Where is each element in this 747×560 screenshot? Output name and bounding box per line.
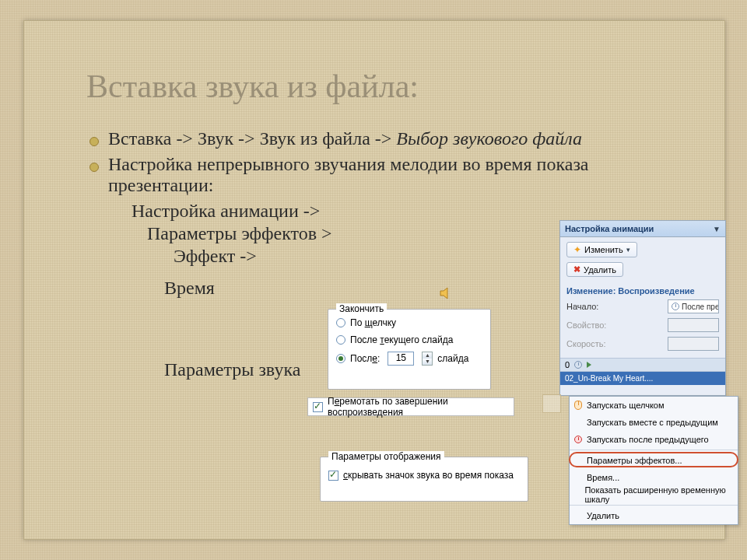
radio-after-n-row[interactable]: После: 15 ▲▼ слайда (328, 348, 490, 369)
clock-icon (574, 436, 582, 443)
spin-down-icon[interactable]: ▼ (423, 359, 432, 365)
animation-pane: Настройка анимации ▼ ✦Изменить▾ ✖Удалить… (559, 220, 726, 396)
clock-icon (574, 361, 582, 369)
bullet-1: Вставка -> Звук -> Звук из файла -> Выбо… (86, 128, 686, 149)
speaker-icon (438, 285, 454, 301)
slides-count-input[interactable]: 15 (388, 352, 414, 366)
bullet-2: Настройка непрерывного звучания мелодии … (86, 154, 686, 196)
radio-after-n[interactable] (336, 354, 345, 363)
highlight-ring (569, 452, 738, 467)
slides-count-spinner[interactable]: ▲▼ (422, 352, 433, 366)
thumbnail-placeholder (542, 394, 561, 413)
animation-pane-title[interactable]: Настройка анимации ▼ (560, 221, 725, 237)
hide-icon-checkbox[interactable] (328, 471, 338, 481)
chevron-down-icon[interactable]: ▼ (713, 225, 721, 233)
radio-onclick[interactable] (336, 318, 345, 327)
display-params-legend: Параметры отображения (328, 451, 444, 462)
radio-onclick-row[interactable]: По щелчку (328, 314, 490, 331)
star-icon: ✦ (573, 244, 581, 255)
property-label: Свойство: (566, 320, 606, 330)
end-legend: Закончить (336, 303, 387, 314)
clock-icon (672, 303, 679, 310)
slides-suffix: слайда (437, 353, 468, 364)
start-dropdown[interactable]: После пред (668, 299, 719, 313)
display-params-group: Параметры отображения скрывать значок зв… (320, 457, 528, 502)
change-button[interactable]: ✦Изменить▾ (566, 242, 637, 257)
bullet-1-italic: Выбор звукового файла (396, 128, 582, 149)
play-icon (587, 362, 591, 368)
track-item[interactable]: 02_Un-Break My Heart.... (560, 372, 725, 385)
line-anim: Настройка анимации -> (86, 201, 686, 222)
menu-separator (570, 505, 738, 506)
rewind-row[interactable]: Перемотать по завершении воспроизведения (307, 397, 514, 416)
slide-title: Вставка звука из файла: (86, 68, 419, 105)
menu-timing[interactable]: Время... (570, 469, 738, 486)
end-after-group: Закончить По щелчку После текущего слайд… (328, 309, 491, 390)
menu-start-after-prev[interactable]: Запускать после предыдущего (570, 431, 738, 448)
property-dropdown (668, 318, 719, 332)
chevron-down-icon: ▾ (626, 246, 630, 254)
radio-after-current[interactable] (336, 335, 345, 345)
mouse-icon (574, 401, 582, 410)
subheader-playback: Изменение: Воспроизведение (560, 282, 725, 297)
start-label: Начало: (566, 302, 598, 311)
speed-dropdown (668, 337, 719, 351)
spin-up-icon[interactable]: ▲ (423, 352, 432, 359)
menu-show-timeline[interactable]: Показать расширенную временную шкалу (570, 486, 738, 503)
rewind-checkbox[interactable] (313, 402, 323, 412)
radio-after-current-row[interactable]: После текущего слайда (328, 331, 490, 348)
menu-start-onclick[interactable]: Запускать щелчком (570, 397, 738, 414)
track-header: 0 (560, 358, 725, 372)
x-icon: ✖ (573, 264, 580, 275)
delete-button[interactable]: ✖Удалить (566, 262, 623, 277)
svg-marker-0 (440, 288, 447, 299)
menu-delete[interactable]: Удалить (570, 507, 738, 524)
menu-start-with-prev[interactable]: Запускать вместе с предыдущим (570, 414, 738, 431)
hide-icon-row[interactable]: скрывать значок звука во время показа (321, 462, 528, 481)
speed-label: Скорость: (566, 339, 606, 348)
menu-separator (570, 450, 738, 450)
bullet-1-text: Вставка -> Звук -> Звук из файла -> (108, 128, 396, 149)
